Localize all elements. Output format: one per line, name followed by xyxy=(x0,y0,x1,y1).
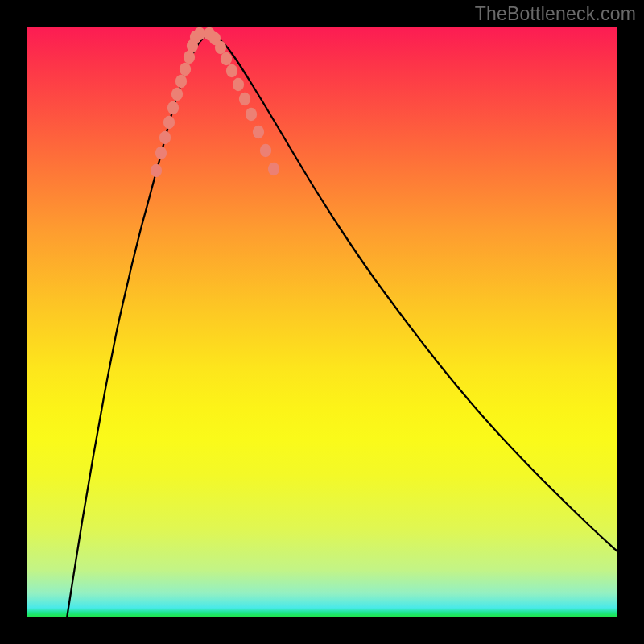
data-dot xyxy=(253,126,264,139)
data-dot xyxy=(184,51,195,64)
data-dot xyxy=(215,41,226,55)
data-dot xyxy=(163,116,175,130)
data-dots xyxy=(151,27,279,177)
data-dot xyxy=(221,52,232,66)
data-dot xyxy=(159,131,171,145)
chart-container: TheBottleneck.com xyxy=(0,0,644,644)
data-dot xyxy=(151,164,162,178)
data-dot xyxy=(180,63,191,76)
data-dot xyxy=(268,163,279,176)
v-curve-path xyxy=(60,34,617,617)
chart-svg xyxy=(27,27,617,617)
data-dot xyxy=(175,75,187,89)
data-dot xyxy=(226,64,237,78)
data-dot xyxy=(246,108,257,122)
plot-area xyxy=(27,27,617,617)
data-dot xyxy=(171,88,183,101)
watermark-text: TheBottleneck.com xyxy=(475,3,636,25)
data-dot xyxy=(260,144,271,158)
bottleneck-curve xyxy=(60,34,617,617)
data-dot xyxy=(155,147,167,160)
data-dot xyxy=(167,101,179,115)
data-dot xyxy=(233,78,244,92)
data-dot xyxy=(239,93,250,106)
